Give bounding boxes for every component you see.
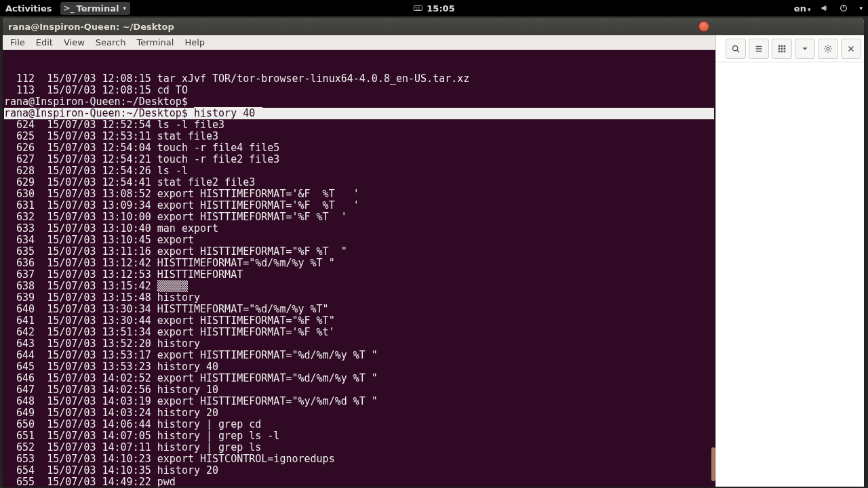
search-button[interactable] <box>726 39 746 59</box>
menu-help[interactable]: Help <box>180 36 210 49</box>
svg-rect-4 <box>416 9 420 9</box>
svg-rect-15 <box>778 47 781 49</box>
terminal-line: 626 15/07/03 12:54:04 touch -r file4 fil… <box>4 142 714 154</box>
grid-view-button[interactable] <box>772 39 792 59</box>
svg-rect-1 <box>415 7 416 7</box>
svg-rect-3 <box>418 7 420 7</box>
terminal-viewport[interactable]: 112 15/07/03 12:08:15 tar xJvf TOR/tor-b… <box>3 50 715 487</box>
terminal-line: 112 15/07/03 12:08:15 tar xJvf TOR/tor-b… <box>4 73 714 85</box>
terminal-line: 649 15/07/03 14:03:24 history 20 <box>4 407 714 419</box>
language-indicator[interactable]: en▾ <box>794 3 811 14</box>
terminal-line: 643 15/07/03 13:52:20 history <box>4 338 714 350</box>
terminal-line: 636 15/07/03 13:12:42 HISTTIMEFORMAT="%d… <box>4 258 714 269</box>
terminal-line: 644 15/07/03 13:53:17 export HISTTIMEFOR… <box>4 350 714 361</box>
terminal-line: 629 15/07/03 12:54:41 stat file2 file3 <box>4 177 714 188</box>
terminal-pane: File Edit View Search Terminal Help 112 … <box>3 35 715 487</box>
scrollbar-thumb[interactable] <box>711 447 715 481</box>
menu-search[interactable]: Search <box>91 36 131 49</box>
terminal-line: 647 15/07/03 14:02:56 history 10 <box>4 384 714 396</box>
menu-edit[interactable]: Edit <box>31 36 58 49</box>
svg-point-7 <box>732 45 737 50</box>
menubar: File Edit View Search Terminal Help <box>3 35 715 50</box>
terminal-line: 635 15/07/03 13:11:16 export HISTTIMEFOR… <box>4 246 714 258</box>
svg-rect-13 <box>781 45 783 47</box>
terminal-line: 648 15/07/03 14:03:19 export HISTTIMEFOR… <box>4 396 714 407</box>
chevron-down-icon: ▾ <box>123 5 126 12</box>
terminal-line: 113 15/07/03 12:08:15 cd TO <box>4 85 714 96</box>
terminal-line: 632 15/07/03 13:10:00 export HISTTIMEFOR… <box>4 211 714 223</box>
terminal-line: rana@Inspiron-Queen:~/Desktop$ <box>4 96 714 108</box>
svg-line-8 <box>737 49 739 52</box>
keyboard-icon <box>413 3 422 13</box>
side-panel-toolbar <box>716 35 864 62</box>
svg-rect-19 <box>781 50 783 52</box>
terminal-line: 633 15/07/03 13:10:40 man export <box>4 223 714 235</box>
side-panel <box>715 35 864 487</box>
terminal-line: 638 15/07/03 13:15:42 ▒▒▒▒▒ <box>4 281 714 292</box>
terminal-app-icon: >_ <box>64 3 74 13</box>
power-icon[interactable] <box>839 3 848 13</box>
clock-time: 15:05 <box>427 3 454 14</box>
svg-point-21 <box>827 47 829 50</box>
svg-rect-14 <box>784 45 786 47</box>
svg-rect-18 <box>778 50 781 52</box>
gnome-topbar: Activities >_ Terminal ▾ 15:05 en▾ ▾ <box>0 0 868 16</box>
window-title: rana@Inspiron-Queen: ~/Desktop <box>8 22 174 32</box>
terminal-current-command[interactable]: rana@Inspiron-Queen:~/Desktop$ history 4… <box>4 108 714 119</box>
terminal-line: 634 15/07/03 13:10:45 export <box>4 235 714 246</box>
svg-rect-16 <box>781 47 783 49</box>
settings-button[interactable] <box>818 39 838 59</box>
menu-file[interactable]: File <box>5 36 30 49</box>
terminal-line: 655 15/07/03 14:49:22 pwd <box>4 476 714 487</box>
terminal-window: rana@Inspiron-Queen: ~/Desktop File Edit… <box>3 18 864 487</box>
terminal-line: 650 15/07/03 14:06:44 history | grep cd <box>4 419 714 430</box>
hamburger-menu-button[interactable] <box>749 39 769 59</box>
system-menu-caret[interactable]: ▾ <box>859 5 863 12</box>
close-panel-button[interactable] <box>841 39 861 59</box>
terminal-line: 631 15/07/03 13:09:34 export HISTTIMEFOR… <box>4 200 714 211</box>
terminal-line: 637 15/07/03 13:12:53 HISTTIMEFORMAT <box>4 269 714 281</box>
menu-view[interactable]: View <box>59 36 90 49</box>
terminal-line: 625 15/07/03 12:53:11 stat file3 <box>4 131 714 142</box>
terminal-line: 646 15/07/03 14:02:52 export HISTTIMEFOR… <box>4 373 714 384</box>
svg-rect-12 <box>778 45 781 47</box>
terminal-line: 627 15/07/03 12:54:21 touch -r file2 fil… <box>4 154 714 165</box>
svg-rect-20 <box>784 50 786 52</box>
menu-terminal[interactable]: Terminal <box>132 36 178 49</box>
terminal-line: 642 15/07/03 13:51:34 export HISTTIMEFOR… <box>4 327 714 338</box>
volume-icon[interactable] <box>820 3 829 13</box>
terminal-line: 651 15/07/03 14:07:05 history | grep ls … <box>4 430 714 442</box>
clock-area[interactable]: 15:05 <box>413 3 454 14</box>
svg-rect-2 <box>417 7 418 7</box>
terminal-line: 630 15/07/03 13:08:52 export HISTTIMEFOR… <box>4 188 714 200</box>
close-button[interactable] <box>698 21 709 32</box>
dropdown-button[interactable] <box>795 39 815 59</box>
terminal-line: 624 15/07/03 12:52:54 ls -l file3 <box>4 119 714 131</box>
window-titlebar[interactable]: rana@Inspiron-Queen: ~/Desktop <box>3 18 864 35</box>
terminal-line: 653 15/07/03 14:10:23 export HISTCONTROL… <box>4 453 714 465</box>
terminal-line: 628 15/07/03 12:54:26 ls -l <box>4 165 714 177</box>
terminal-line: 641 15/07/03 13:30:44 export HISTTIMEFOR… <box>4 315 714 327</box>
app-menu[interactable]: >_ Terminal ▾ <box>60 2 130 15</box>
terminal-line: 654 15/07/03 14:10:35 history 20 <box>4 465 714 476</box>
terminal-line: 639 15/07/03 13:15:48 history <box>4 292 714 304</box>
terminal-line: 652 15/07/03 14:07:11 history | grep ls <box>4 442 714 453</box>
svg-rect-0 <box>414 6 422 11</box>
terminal-line: 640 15/07/03 13:30:34 HISTTIMEFORMAT="%d… <box>4 304 714 315</box>
app-menu-label: Terminal <box>77 3 119 14</box>
svg-rect-17 <box>784 47 786 49</box>
activities-button[interactable]: Activities <box>5 3 52 14</box>
terminal-line: 645 15/07/03 13:53:23 history 40 <box>4 361 714 373</box>
